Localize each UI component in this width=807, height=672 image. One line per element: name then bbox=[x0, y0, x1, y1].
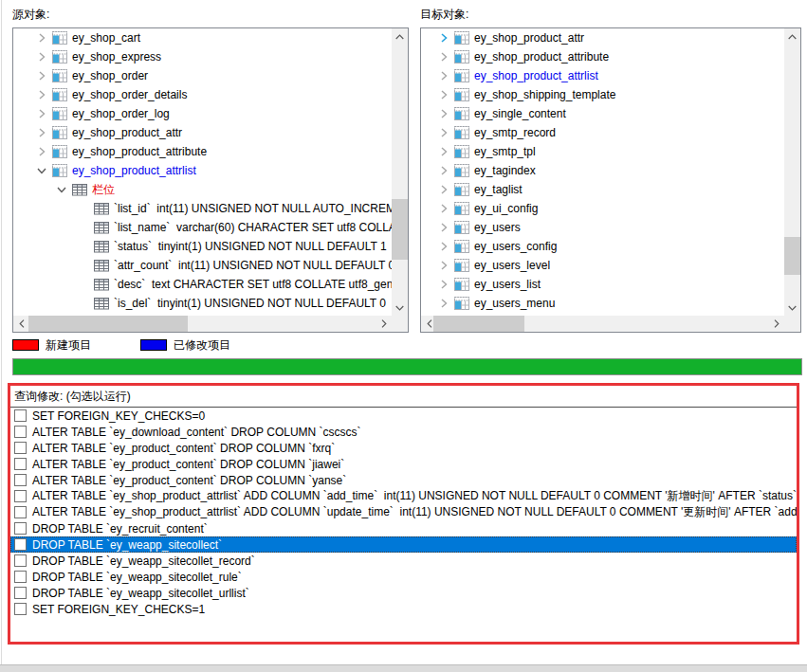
query-row-alter-table-ey-product-content-drop-column-jiawei[interactable]: ALTER TABLE `ey_product_content` DROP CO… bbox=[10, 456, 797, 472]
chevron-right-icon[interactable] bbox=[436, 258, 451, 273]
chevron-down-icon[interactable] bbox=[34, 163, 49, 178]
tree-item-ey-ui-config[interactable]: ey_ui_config bbox=[421, 199, 784, 218]
chevron-right-icon[interactable] bbox=[436, 277, 451, 292]
tree-item-ey-shop-product-attr[interactable]: ey_shop_product_attr bbox=[421, 28, 784, 47]
chevron-right-icon[interactable] bbox=[436, 87, 451, 102]
chevron-right-icon[interactable] bbox=[34, 144, 49, 159]
query-row-set-foreign-key-checks-0[interactable]: SET FOREIGN_KEY_CHECKS=0 bbox=[10, 408, 797, 424]
chevron-right-icon[interactable] bbox=[436, 201, 451, 216]
source-hscroll-thumb[interactable] bbox=[28, 316, 188, 332]
chevron-right-icon[interactable] bbox=[436, 106, 451, 121]
scroll-down-icon[interactable] bbox=[392, 300, 408, 316]
query-row-drop-table-ey-weapp-sitecollet-rule[interactable]: DROP TABLE `ey_weapp_sitecollet_rule` bbox=[10, 569, 797, 585]
query-row-alter-table-ey-product-content-drop-column-fxrq[interactable]: ALTER TABLE `ey_product_content` DROP CO… bbox=[10, 440, 797, 456]
scroll-up-icon[interactable] bbox=[392, 28, 408, 45]
checkbox[interactable] bbox=[14, 538, 27, 551]
tree-item-ey-shop-product-attrlist[interactable]: ey_shop_product_attrlist bbox=[421, 66, 784, 85]
chevron-right-icon[interactable] bbox=[34, 68, 49, 83]
checkbox[interactable] bbox=[14, 522, 27, 535]
query-row-alter-table-ey-shop-product-attrlist-add-column-update-time-int-11-unsigned-not-null-default-0-comment-after-add-time[interactable]: ALTER TABLE `ey_shop_product_attrlist` A… bbox=[10, 504, 797, 520]
tree-item-ey-shop-cart[interactable]: ey_shop_cart bbox=[13, 28, 392, 47]
checkbox[interactable] bbox=[14, 474, 27, 486]
query-row-drop-table-ey-weapp-sitecollect[interactable]: DROP TABLE `ey_weapp_sitecollect` bbox=[10, 536, 797, 553]
tree-item-ey-shop-order[interactable]: ey_shop_order bbox=[13, 66, 392, 85]
tree-item-desc-text-character-set-utf8-collate-utf8-general[interactable]: `desc` text CHARACTER SET utf8 COLLATE u… bbox=[13, 275, 392, 294]
chevron-right-icon[interactable] bbox=[436, 49, 451, 64]
scroll-right-icon[interactable] bbox=[376, 316, 392, 332]
chevron-right-icon[interactable] bbox=[436, 125, 451, 140]
chevron-right-icon[interactable] bbox=[436, 30, 451, 45]
tree-item-list-name-varchar-60-character-set-utf8-collate[interactable]: `list_name` varchar(60) CHARACTER SET ut… bbox=[13, 218, 392, 237]
chevron-right-icon[interactable] bbox=[436, 163, 451, 178]
query-row-drop-table-ey-weapp-sitecollet-record[interactable]: DROP TABLE `ey_weapp_sitecollet_record` bbox=[10, 553, 797, 569]
tree-item-ey-users-level[interactable]: ey_users_level bbox=[421, 256, 784, 275]
chevron-right-icon[interactable] bbox=[436, 220, 451, 235]
chevron-right-icon[interactable] bbox=[436, 296, 451, 311]
tree-item-ey-users-list[interactable]: ey_users_list bbox=[421, 275, 784, 294]
tree-item-ey-shop-order-details[interactable]: ey_shop_order_details bbox=[13, 85, 392, 104]
checkbox[interactable] bbox=[14, 442, 27, 454]
tree-item-ey-single-content[interactable]: ey_single_content bbox=[421, 104, 784, 123]
tree-item-list-id-int-11-unsigned-not-null-auto-increment[interactable]: `list_id` int(11) UNSIGNED NOT NULL AUTO… bbox=[13, 199, 392, 218]
scroll-up-icon[interactable] bbox=[784, 28, 800, 45]
checkbox[interactable] bbox=[14, 554, 27, 567]
checkbox[interactable] bbox=[14, 409, 27, 422]
query-row-set-foreign-key-checks-1[interactable]: SET FOREIGN_KEY_CHECKS=1 bbox=[10, 601, 797, 617]
tree-item-label: 栏位 bbox=[92, 182, 115, 198]
tree-item-ey-users-config[interactable]: ey_users_config bbox=[421, 237, 784, 256]
query-row-alter-table-ey-download-content-drop-column-cscscs[interactable]: ALTER TABLE `ey_download_content` DROP C… bbox=[10, 424, 797, 440]
tree-item-ey-shop-product-attr[interactable]: ey_shop_product_attr bbox=[13, 123, 392, 142]
column-grid-icon bbox=[94, 297, 109, 310]
tree-item-ey-smtp-tpl[interactable]: ey_smtp_tpl bbox=[421, 142, 784, 161]
tree-item-ey-shop-shipping-template[interactable]: ey_shop_shipping_template bbox=[421, 85, 784, 104]
tree-item-ey-shop-product-attrlist[interactable]: ey_shop_product_attrlist bbox=[13, 161, 392, 180]
tree-item-ey-shop-order-log[interactable]: ey_shop_order_log bbox=[13, 104, 392, 123]
checkbox[interactable] bbox=[14, 603, 27, 615]
source-horizontal-scrollbar[interactable] bbox=[13, 316, 392, 332]
tree-item-is-del-tinyint-1-unsigned-not-null-default-0[interactable]: `is_del` tinyint(1) UNSIGNED NOT NULL DE… bbox=[13, 294, 392, 313]
source-vertical-scrollbar[interactable] bbox=[392, 28, 408, 316]
chevron-right-icon[interactable] bbox=[34, 125, 49, 140]
tree-item-status-tinyint-1-unsigned-not-null-default-1[interactable]: `status` tinyint(1) UNSIGNED NOT NULL DE… bbox=[13, 237, 392, 256]
tree-item-ey-users[interactable]: ey_users bbox=[421, 218, 784, 237]
checkbox[interactable] bbox=[14, 571, 27, 583]
tree-item-label: ey_smtp_tpl bbox=[474, 145, 536, 158]
tree-item-attr-count-int-11-unsigned-not-null-default-0[interactable]: `attr_count` int(11) UNSIGNED NOT NULL D… bbox=[13, 256, 392, 275]
chevron-right-icon[interactable] bbox=[436, 68, 451, 83]
tree-item-partial-row[interactable]: 栏位 bbox=[13, 180, 392, 199]
tree-item-ey-users-menu[interactable]: ey_users_menu bbox=[421, 294, 784, 313]
query-statement-text: ALTER TABLE `ey_shop_product_attrlist` A… bbox=[32, 488, 797, 504]
tree-item-ey-shop-express[interactable]: ey_shop_express bbox=[13, 47, 392, 66]
chevron-right-icon[interactable] bbox=[436, 239, 451, 254]
chevron-right-icon[interactable] bbox=[34, 49, 49, 64]
source-objects-tree-panel: ey_shop_cartey_shop_expressey_shop_order… bbox=[12, 27, 409, 333]
chevron-right-icon[interactable] bbox=[34, 87, 49, 102]
query-row-alter-table-ey-product-content-drop-column-yanse[interactable]: ALTER TABLE `ey_product_content` DROP CO… bbox=[10, 472, 797, 488]
target-vertical-scrollbar[interactable] bbox=[784, 28, 800, 316]
tree-item-ey-shop-product-attribute[interactable]: ey_shop_product_attribute bbox=[13, 142, 392, 161]
source-vscroll-thumb[interactable] bbox=[392, 199, 408, 260]
chevron-down-icon[interactable] bbox=[54, 182, 69, 197]
query-row-drop-table-ey-weapp-sitecollet-urllist[interactable]: DROP TABLE `ey_weapp_sitecollet_urllist` bbox=[10, 585, 797, 601]
target-hscroll-thumb[interactable] bbox=[433, 316, 524, 332]
chevron-right-icon[interactable] bbox=[34, 30, 49, 45]
chevron-right-icon[interactable] bbox=[436, 144, 451, 159]
tree-item-ey-tagindex[interactable]: ey_tagindex bbox=[421, 161, 784, 180]
tree-item-ey-shop-product-attribute[interactable]: ey_shop_product_attribute bbox=[421, 47, 784, 66]
chevron-right-icon[interactable] bbox=[34, 106, 49, 121]
target-vscroll-thumb[interactable] bbox=[784, 237, 800, 275]
checkbox[interactable] bbox=[14, 426, 27, 438]
chevron-right-icon[interactable] bbox=[436, 182, 451, 197]
scroll-down-icon[interactable] bbox=[784, 300, 800, 316]
checkbox[interactable] bbox=[14, 506, 27, 518]
query-row-alter-table-ey-shop-product-attrlist-add-column-add-time-int-11-unsigned-not-null-default-0-comment-after-status[interactable]: ALTER TABLE `ey_shop_product_attrlist` A… bbox=[10, 488, 797, 504]
checkbox[interactable] bbox=[14, 490, 27, 502]
target-horizontal-scrollbar[interactable] bbox=[421, 316, 784, 332]
checkbox[interactable] bbox=[14, 587, 27, 599]
tree-item-ey-smtp-record[interactable]: ey_smtp_record bbox=[421, 123, 784, 142]
tree-item-ey-taglist[interactable]: ey_taglist bbox=[421, 180, 784, 199]
checkbox[interactable] bbox=[14, 458, 27, 470]
scroll-left-icon[interactable] bbox=[13, 316, 29, 332]
scroll-right-icon[interactable] bbox=[768, 316, 784, 332]
query-row-drop-table-ey-recruit-content[interactable]: DROP TABLE `ey_recruit_content` bbox=[10, 520, 797, 536]
